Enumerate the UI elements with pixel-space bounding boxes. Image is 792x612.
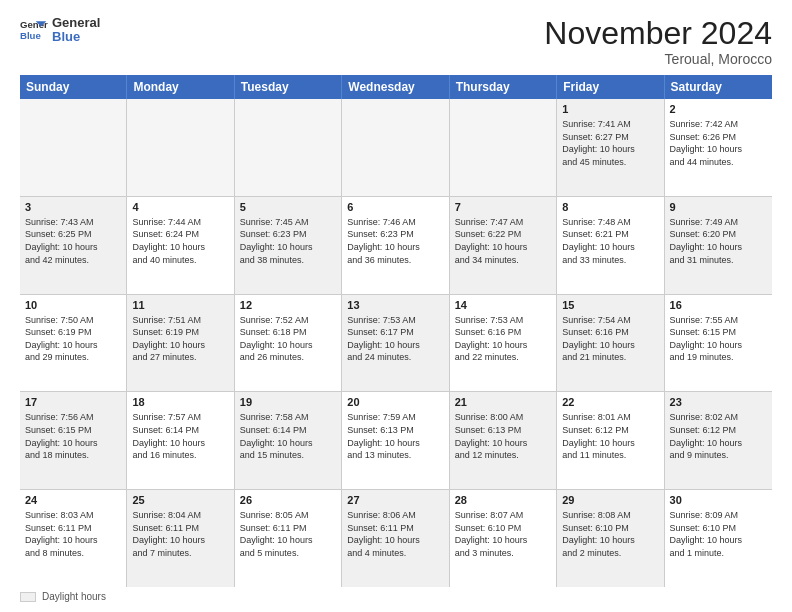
- header-sunday: Sunday: [20, 75, 127, 99]
- header-saturday: Saturday: [665, 75, 772, 99]
- cal-cell-1-2: 5Sunrise: 7:45 AMSunset: 6:23 PMDaylight…: [235, 197, 342, 294]
- cell-info: Sunrise: 8:03 AMSunset: 6:11 PMDaylight:…: [25, 509, 121, 559]
- cal-cell-4-0: 24Sunrise: 8:03 AMSunset: 6:11 PMDayligh…: [20, 490, 127, 587]
- cell-info: Sunrise: 7:49 AMSunset: 6:20 PMDaylight:…: [670, 216, 767, 266]
- cell-info: Sunrise: 7:59 AMSunset: 6:13 PMDaylight:…: [347, 411, 443, 461]
- cell-info: Sunrise: 7:51 AMSunset: 6:19 PMDaylight:…: [132, 314, 228, 364]
- logo-line2: Blue: [52, 30, 100, 44]
- cal-cell-0-1: [127, 99, 234, 196]
- day-number: 2: [670, 102, 767, 117]
- day-number: 24: [25, 493, 121, 508]
- calendar-body: 1Sunrise: 7:41 AMSunset: 6:27 PMDaylight…: [20, 99, 772, 587]
- cal-cell-1-1: 4Sunrise: 7:44 AMSunset: 6:24 PMDaylight…: [127, 197, 234, 294]
- cal-cell-2-4: 14Sunrise: 7:53 AMSunset: 6:16 PMDayligh…: [450, 295, 557, 392]
- cell-info: Sunrise: 7:57 AMSunset: 6:14 PMDaylight:…: [132, 411, 228, 461]
- cal-cell-4-4: 28Sunrise: 8:07 AMSunset: 6:10 PMDayligh…: [450, 490, 557, 587]
- day-number: 11: [132, 298, 228, 313]
- cal-cell-2-1: 11Sunrise: 7:51 AMSunset: 6:19 PMDayligh…: [127, 295, 234, 392]
- calendar-row-0: 1Sunrise: 7:41 AMSunset: 6:27 PMDaylight…: [20, 99, 772, 197]
- day-number: 29: [562, 493, 658, 508]
- day-number: 6: [347, 200, 443, 215]
- cal-cell-0-0: [20, 99, 127, 196]
- cal-cell-4-1: 25Sunrise: 8:04 AMSunset: 6:11 PMDayligh…: [127, 490, 234, 587]
- cal-cell-3-0: 17Sunrise: 7:56 AMSunset: 6:15 PMDayligh…: [20, 392, 127, 489]
- cell-info: Sunrise: 7:56 AMSunset: 6:15 PMDaylight:…: [25, 411, 121, 461]
- cal-cell-2-6: 16Sunrise: 7:55 AMSunset: 6:15 PMDayligh…: [665, 295, 772, 392]
- day-number: 21: [455, 395, 551, 410]
- day-number: 26: [240, 493, 336, 508]
- logo: General Blue General Blue: [20, 16, 100, 45]
- cell-info: Sunrise: 7:54 AMSunset: 6:16 PMDaylight:…: [562, 314, 658, 364]
- day-number: 16: [670, 298, 767, 313]
- month-title: November 2024: [544, 16, 772, 51]
- day-number: 4: [132, 200, 228, 215]
- legend-label: Daylight hours: [42, 591, 106, 602]
- cell-info: Sunrise: 7:42 AMSunset: 6:26 PMDaylight:…: [670, 118, 767, 168]
- cell-info: Sunrise: 8:07 AMSunset: 6:10 PMDaylight:…: [455, 509, 551, 559]
- cell-info: Sunrise: 8:08 AMSunset: 6:10 PMDaylight:…: [562, 509, 658, 559]
- cal-cell-1-5: 8Sunrise: 7:48 AMSunset: 6:21 PMDaylight…: [557, 197, 664, 294]
- day-number: 7: [455, 200, 551, 215]
- day-number: 25: [132, 493, 228, 508]
- cell-info: Sunrise: 7:46 AMSunset: 6:23 PMDaylight:…: [347, 216, 443, 266]
- svg-text:Blue: Blue: [20, 30, 41, 41]
- cal-cell-4-6: 30Sunrise: 8:09 AMSunset: 6:10 PMDayligh…: [665, 490, 772, 587]
- cal-cell-1-0: 3Sunrise: 7:43 AMSunset: 6:25 PMDaylight…: [20, 197, 127, 294]
- cell-info: Sunrise: 8:00 AMSunset: 6:13 PMDaylight:…: [455, 411, 551, 461]
- calendar: Sunday Monday Tuesday Wednesday Thursday…: [20, 75, 772, 587]
- cal-cell-3-5: 22Sunrise: 8:01 AMSunset: 6:12 PMDayligh…: [557, 392, 664, 489]
- day-number: 1: [562, 102, 658, 117]
- day-number: 27: [347, 493, 443, 508]
- header-friday: Friday: [557, 75, 664, 99]
- calendar-row-1: 3Sunrise: 7:43 AMSunset: 6:25 PMDaylight…: [20, 197, 772, 295]
- day-number: 15: [562, 298, 658, 313]
- day-number: 8: [562, 200, 658, 215]
- cal-cell-0-3: [342, 99, 449, 196]
- logo-icon: General Blue: [20, 16, 48, 44]
- header: General Blue General Blue November 2024 …: [20, 16, 772, 67]
- cal-cell-1-6: 9Sunrise: 7:49 AMSunset: 6:20 PMDaylight…: [665, 197, 772, 294]
- legend-swatch: [20, 592, 36, 602]
- cal-cell-2-3: 13Sunrise: 7:53 AMSunset: 6:17 PMDayligh…: [342, 295, 449, 392]
- page: General Blue General Blue November 2024 …: [0, 0, 792, 612]
- cal-cell-3-4: 21Sunrise: 8:00 AMSunset: 6:13 PMDayligh…: [450, 392, 557, 489]
- day-number: 23: [670, 395, 767, 410]
- cell-info: Sunrise: 7:52 AMSunset: 6:18 PMDaylight:…: [240, 314, 336, 364]
- cell-info: Sunrise: 7:47 AMSunset: 6:22 PMDaylight:…: [455, 216, 551, 266]
- cal-cell-0-4: [450, 99, 557, 196]
- cell-info: Sunrise: 7:43 AMSunset: 6:25 PMDaylight:…: [25, 216, 121, 266]
- cell-info: Sunrise: 7:58 AMSunset: 6:14 PMDaylight:…: [240, 411, 336, 461]
- day-number: 3: [25, 200, 121, 215]
- cell-info: Sunrise: 7:50 AMSunset: 6:19 PMDaylight:…: [25, 314, 121, 364]
- cell-info: Sunrise: 8:05 AMSunset: 6:11 PMDaylight:…: [240, 509, 336, 559]
- cal-cell-2-2: 12Sunrise: 7:52 AMSunset: 6:18 PMDayligh…: [235, 295, 342, 392]
- calendar-header: Sunday Monday Tuesday Wednesday Thursday…: [20, 75, 772, 99]
- cal-cell-3-2: 19Sunrise: 7:58 AMSunset: 6:14 PMDayligh…: [235, 392, 342, 489]
- cal-cell-4-5: 29Sunrise: 8:08 AMSunset: 6:10 PMDayligh…: [557, 490, 664, 587]
- cal-cell-3-1: 18Sunrise: 7:57 AMSunset: 6:14 PMDayligh…: [127, 392, 234, 489]
- cal-cell-4-3: 27Sunrise: 8:06 AMSunset: 6:11 PMDayligh…: [342, 490, 449, 587]
- day-number: 30: [670, 493, 767, 508]
- header-wednesday: Wednesday: [342, 75, 449, 99]
- cell-info: Sunrise: 7:53 AMSunset: 6:17 PMDaylight:…: [347, 314, 443, 364]
- logo-line1: General: [52, 16, 100, 30]
- day-number: 20: [347, 395, 443, 410]
- cell-info: Sunrise: 7:48 AMSunset: 6:21 PMDaylight:…: [562, 216, 658, 266]
- day-number: 14: [455, 298, 551, 313]
- cell-info: Sunrise: 8:01 AMSunset: 6:12 PMDaylight:…: [562, 411, 658, 461]
- day-number: 19: [240, 395, 336, 410]
- header-monday: Monday: [127, 75, 234, 99]
- cal-cell-0-5: 1Sunrise: 7:41 AMSunset: 6:27 PMDaylight…: [557, 99, 664, 196]
- day-number: 13: [347, 298, 443, 313]
- day-number: 12: [240, 298, 336, 313]
- day-number: 9: [670, 200, 767, 215]
- cell-info: Sunrise: 8:06 AMSunset: 6:11 PMDaylight:…: [347, 509, 443, 559]
- cell-info: Sunrise: 8:02 AMSunset: 6:12 PMDaylight:…: [670, 411, 767, 461]
- cal-cell-0-6: 2Sunrise: 7:42 AMSunset: 6:26 PMDaylight…: [665, 99, 772, 196]
- cell-info: Sunrise: 7:41 AMSunset: 6:27 PMDaylight:…: [562, 118, 658, 168]
- day-number: 28: [455, 493, 551, 508]
- cal-cell-4-2: 26Sunrise: 8:05 AMSunset: 6:11 PMDayligh…: [235, 490, 342, 587]
- legend: Daylight hours: [20, 591, 772, 602]
- day-number: 18: [132, 395, 228, 410]
- location: Teroual, Morocco: [544, 51, 772, 67]
